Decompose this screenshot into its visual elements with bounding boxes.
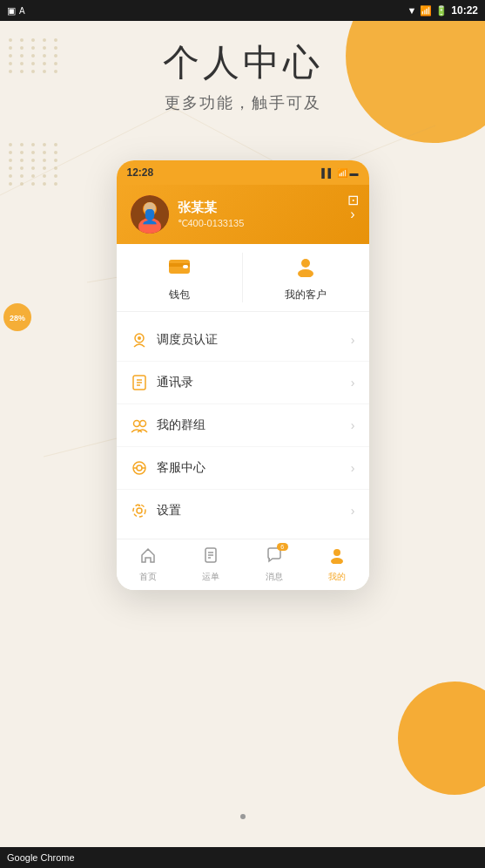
certification-icon [131, 331, 148, 349]
support-icon [131, 459, 148, 477]
message-badge: 6 [277, 543, 288, 551]
page-header: 个人中心 更多功能，触手可及 [0, 38, 485, 113]
menu-item-settings[interactable]: 设置 › [117, 490, 369, 532]
quick-action-wallet[interactable]: 钱包 [117, 244, 243, 311]
status-bar: ▣ A ▼ 📶 🔋 10:22 [0, 0, 485, 21]
bottom-nav: 首页 运单 6 [117, 539, 369, 590]
customers-icon [293, 256, 318, 282]
page-subtitle: 更多功能，触手可及 [0, 92, 485, 113]
nav-item-messages[interactable]: 6 消息 [243, 539, 306, 590]
phone-wifi-icon: 📶 [337, 168, 347, 178]
page-title: 个人中心 [0, 38, 485, 87]
status-bar-left: ▣ A [7, 5, 25, 17]
page-indicator [240, 814, 246, 819]
wallet-label: 钱包 [169, 288, 190, 302]
menu-item-groups[interactable]: 我的群组 › [117, 404, 369, 447]
svg-rect-16 [183, 265, 188, 268]
svg-point-26 [139, 421, 145, 427]
phone-battery-icon: ▬ [350, 168, 359, 178]
nav-label-mine: 我的 [328, 571, 346, 583]
menu-item-contacts[interactable]: 通讯录 › [117, 362, 369, 404]
nav-label-home: 首页 [139, 571, 157, 583]
menu-list: 调度员认证 › 通讯录 › [117, 319, 369, 532]
app-container: 个人中心 更多功能，触手可及 28% 12:28 ▌▌ 📶 ▬ [0, 21, 485, 847]
menu-arrow-0: › [351, 333, 355, 347]
phone-signal-icon: ▌▌ [321, 168, 333, 178]
wallet-icon [167, 256, 192, 282]
menu-item-text-1: 通讯录 [157, 375, 193, 390]
profile-info: 张某某 ℃400-0133135 [178, 200, 245, 229]
menu-item-text-2: 我的群组 [157, 417, 205, 433]
svg-point-17 [301, 259, 310, 268]
svg-point-38 [331, 558, 343, 564]
svg-point-32 [133, 505, 145, 517]
menu-item-left-3: 客服中心 [131, 459, 205, 477]
app-icon: ▣ [7, 5, 16, 17]
svg-text:👤: 👤 [141, 208, 158, 225]
nav-item-orders[interactable]: 运单 [179, 539, 243, 590]
status-bar-right: ▼ 📶 🔋 10:22 [407, 4, 478, 17]
nav-item-mine[interactable]: 我的 [306, 539, 369, 590]
menu-arrow-2: › [351, 418, 355, 432]
profile-top-icon: ⊡ [347, 192, 359, 208]
profile-phone: ℃400-0133135 [178, 218, 245, 229]
menu-item-text-0: 调度员认证 [157, 332, 218, 348]
customers-label: 我的客户 [285, 288, 327, 302]
profile-left: 👤 张某某 ℃400-0133135 [131, 195, 245, 234]
menu-arrow-4: › [351, 504, 355, 518]
svg-point-37 [333, 549, 340, 556]
wifi-icon: ▼ [407, 5, 416, 16]
profile-header[interactable]: 👤 张某某 ℃400-0133135 › ⊡ [117, 185, 369, 244]
battery-icon: 🔋 [435, 5, 448, 17]
menu-item-text-3: 客服中心 [157, 460, 205, 476]
groups-icon [131, 417, 148, 434]
menu-item-left-0: 调度员认证 [131, 331, 218, 349]
phone-mockup: 12:28 ▌▌ 📶 ▬ 👤 [117, 160, 369, 590]
menu-item-left-4: 设置 [131, 502, 181, 519]
menu-item-left-1: 通讯录 [131, 374, 193, 391]
svg-point-25 [133, 421, 139, 427]
nav-item-home[interactable]: 首页 [117, 539, 180, 590]
signal-icon: 📶 [420, 5, 432, 17]
svg-point-28 [137, 465, 142, 471]
profile-name: 张某某 [178, 200, 245, 216]
orders-icon [202, 546, 219, 568]
settings-icon [131, 502, 148, 519]
nav-label-orders: 运单 [202, 571, 219, 583]
menu-item-support[interactable]: 客服中心 › [117, 447, 369, 490]
menu-item-left-2: 我的群组 [131, 417, 205, 434]
phone-status-bar: 12:28 ▌▌ 📶 ▬ [117, 160, 369, 185]
quick-action-customers[interactable]: 我的客户 [243, 244, 369, 311]
profile-avatar: 👤 [131, 195, 169, 234]
svg-point-20 [138, 336, 141, 340]
home-icon [139, 546, 157, 568]
app-label: A [19, 6, 25, 16]
bottom-bar: Google Chrome [0, 847, 485, 868]
progress-circle: 28% [0, 300, 35, 335]
profile-arrow-icon[interactable]: › [350, 207, 354, 222]
messages-icon: 6 [266, 546, 283, 568]
menu-arrow-3: › [351, 461, 355, 475]
contacts-icon [131, 374, 148, 391]
nav-label-messages: 消息 [266, 571, 283, 583]
status-time: 10:22 [451, 4, 478, 17]
menu-arrow-1: › [351, 376, 355, 390]
svg-point-18 [298, 269, 313, 277]
phone-status-icons: ▌▌ 📶 ▬ [321, 168, 358, 178]
svg-point-31 [137, 508, 142, 513]
quick-actions: 钱包 我的客户 [117, 244, 369, 312]
menu-item-text-4: 设置 [157, 503, 181, 519]
mine-icon [328, 546, 346, 568]
bg-dots-mid [9, 143, 61, 186]
progress-value: 28% [10, 314, 25, 322]
phone-time: 12:28 [127, 166, 154, 179]
bottom-bar-label: Google Chrome [7, 852, 75, 863]
menu-item-certification[interactable]: 调度员认证 › [117, 319, 369, 362]
